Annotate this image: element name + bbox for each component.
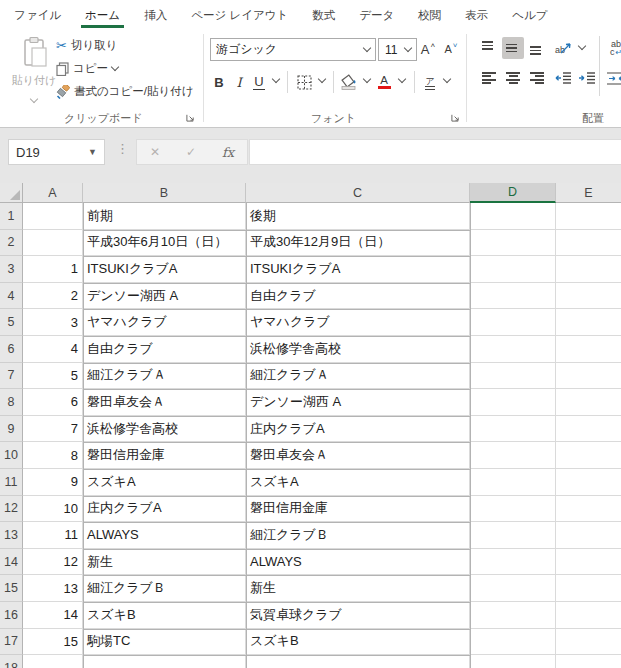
- column-header-D[interactable]: D: [470, 183, 556, 203]
- phonetic-button[interactable]: ア: [421, 71, 439, 93]
- cell-B18[interactable]: [83, 655, 246, 668]
- cell-C12[interactable]: 磐田信用金庫: [246, 496, 470, 523]
- cell-D4[interactable]: [470, 283, 556, 310]
- row-header-12[interactable]: 12: [0, 496, 23, 523]
- tab-data[interactable]: データ: [347, 0, 406, 30]
- align-center-button[interactable]: [502, 67, 524, 89]
- cell-D16[interactable]: [470, 602, 556, 629]
- cell-E12[interactable]: [556, 496, 621, 523]
- tab-review[interactable]: 校閲: [406, 0, 453, 30]
- cell-E6[interactable]: [556, 336, 621, 363]
- merge-center-button[interactable]: [605, 67, 621, 89]
- row-header-17[interactable]: 17: [0, 629, 23, 656]
- align-bottom-button[interactable]: [526, 37, 548, 59]
- cell-E17[interactable]: [556, 629, 621, 656]
- cancel-button[interactable]: ✕: [150, 145, 160, 159]
- cell-C18[interactable]: [246, 655, 470, 668]
- cell-A11[interactable]: 9: [23, 469, 83, 496]
- cell-A7[interactable]: 5: [23, 363, 83, 390]
- copy-button[interactable]: コピー: [56, 61, 118, 76]
- cell-D14[interactable]: [470, 549, 556, 576]
- tab-formulas[interactable]: 数式: [300, 0, 347, 30]
- cell-E18[interactable]: [556, 655, 621, 668]
- font-color-button[interactable]: A: [375, 71, 393, 93]
- cell-D2[interactable]: [470, 230, 556, 257]
- cell-B14[interactable]: 新生: [83, 549, 246, 576]
- cell-B1[interactable]: 前期: [83, 203, 246, 230]
- cell-A14[interactable]: 12: [23, 549, 83, 576]
- bold-button[interactable]: B: [211, 71, 227, 93]
- cell-E16[interactable]: [556, 602, 621, 629]
- cell-A10[interactable]: 8: [23, 442, 83, 469]
- row-header-6[interactable]: 6: [0, 336, 23, 363]
- font-color-chevron-icon[interactable]: [398, 75, 406, 83]
- decrease-font-button[interactable]: A˅: [441, 38, 461, 60]
- cell-D11[interactable]: [470, 469, 556, 496]
- name-box-dropdown-icon[interactable]: ▼: [88, 147, 104, 157]
- orientation-chevron-icon[interactable]: [578, 42, 586, 50]
- row-header-1[interactable]: 1: [0, 203, 23, 230]
- cell-E2[interactable]: [556, 230, 621, 257]
- cell-C9[interactable]: 庄内クラブA: [246, 416, 470, 443]
- cell-D7[interactable]: [470, 363, 556, 390]
- row-header-9[interactable]: 9: [0, 416, 23, 443]
- column-header-B[interactable]: B: [83, 183, 246, 203]
- cell-E13[interactable]: [556, 522, 621, 549]
- cell-E5[interactable]: [556, 309, 621, 336]
- cell-B4[interactable]: デンソー湖西 A: [83, 283, 246, 310]
- cell-B9[interactable]: 浜松修学舎高校: [83, 416, 246, 443]
- cell-B15[interactable]: 細江クラブＢ: [83, 575, 246, 602]
- row-header-7[interactable]: 7: [0, 363, 23, 390]
- formula-bar-drag-handle[interactable]: ⋮: [116, 141, 129, 156]
- row-header-13[interactable]: 13: [0, 522, 23, 549]
- cell-D8[interactable]: [470, 389, 556, 416]
- cell-B5[interactable]: ヤマハクラブ: [83, 309, 246, 336]
- cell-A18[interactable]: [23, 655, 83, 668]
- font-name-combo[interactable]: 游ゴシック: [210, 38, 376, 61]
- cell-B16[interactable]: スズキB: [83, 602, 246, 629]
- cell-E3[interactable]: [556, 256, 621, 283]
- cell-C3[interactable]: ITSUKIクラブA: [246, 256, 470, 283]
- cell-C8[interactable]: デンソー湖西 A: [246, 389, 470, 416]
- phonetic-chevron-icon[interactable]: [443, 75, 451, 83]
- cell-A1[interactable]: [23, 203, 83, 230]
- clipboard-dialog-launcher[interactable]: [186, 113, 196, 123]
- cell-D5[interactable]: [470, 309, 556, 336]
- row-header-2[interactable]: 2: [0, 230, 23, 257]
- cell-E9[interactable]: [556, 416, 621, 443]
- cell-E7[interactable]: [556, 363, 621, 390]
- name-box[interactable]: D19 ▼: [8, 139, 105, 165]
- row-header-3[interactable]: 3: [0, 256, 23, 283]
- orientation-button[interactable]: ab: [552, 37, 576, 59]
- row-header-4[interactable]: 4: [0, 283, 23, 310]
- cell-C6[interactable]: 浜松修学舎高校: [246, 336, 470, 363]
- row-header-16[interactable]: 16: [0, 602, 23, 629]
- cell-D10[interactable]: [470, 442, 556, 469]
- cell-A16[interactable]: 14: [23, 602, 83, 629]
- italic-button[interactable]: I: [232, 71, 246, 93]
- row-header-15[interactable]: 15: [0, 575, 23, 602]
- tab-help[interactable]: ヘルプ: [500, 0, 559, 30]
- cell-C5[interactable]: ヤマハクラブ: [246, 309, 470, 336]
- borders-button[interactable]: [295, 71, 313, 93]
- cell-A8[interactable]: 6: [23, 389, 83, 416]
- formula-input[interactable]: [249, 139, 621, 165]
- cell-B10[interactable]: 磐田信用金庫: [83, 442, 246, 469]
- cell-B2[interactable]: 平成30年6月10日（日）: [83, 230, 246, 257]
- column-header-A[interactable]: A: [23, 183, 83, 203]
- cell-E11[interactable]: [556, 469, 621, 496]
- tab-view[interactable]: 表示: [453, 0, 500, 30]
- align-right-button[interactable]: [526, 67, 548, 89]
- enter-button[interactable]: ✓: [186, 145, 196, 159]
- borders-chevron-icon[interactable]: [318, 75, 326, 83]
- column-header-C[interactable]: C: [246, 183, 470, 203]
- tab-file[interactable]: ファイル: [2, 0, 73, 30]
- insert-function-button[interactable]: fx: [222, 145, 234, 160]
- cell-A5[interactable]: 3: [23, 309, 83, 336]
- cell-B17[interactable]: 駒場TC: [83, 629, 246, 656]
- select-all-corner[interactable]: [0, 183, 23, 203]
- cell-C15[interactable]: 新生: [246, 575, 470, 602]
- cell-A9[interactable]: 7: [23, 416, 83, 443]
- cut-button[interactable]: ✂ 切り取り: [56, 38, 117, 53]
- fill-color-button[interactable]: [340, 71, 359, 93]
